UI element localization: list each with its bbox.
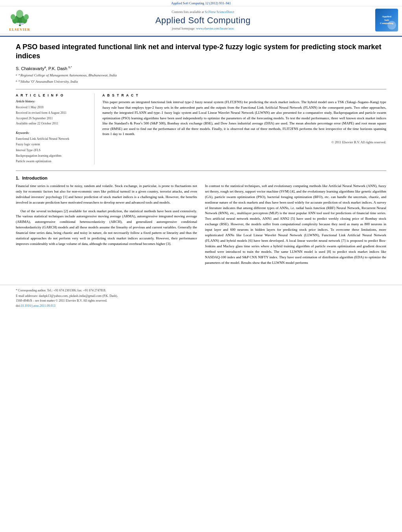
badge-text: Applied Soft Computing [380,15,393,25]
page-footer: * Corresponding author. Tel.: +91 674 23… [0,285,402,311]
applied-soft-badge-area: Applied Soft Computing [371,9,398,32]
keywords-label: Keywords: [16,131,88,135]
header-main: ELSEVIER Contents lists available at Sci… [0,6,402,34]
revised-date: Received in revised form 4 August 2011 [16,110,88,116]
header-top-bar: Applied Soft Computing 12 (2012) 931–941 [0,0,402,6]
sciverse-link[interactable]: SciVerse ScienceDirect [205,10,234,14]
svg-rect-8 [20,23,24,25]
doi-prefix: doi: [16,304,20,308]
svg-point-6 [16,10,23,18]
keywords-section: Keywords: Functional Link Artificial Neu… [16,131,88,165]
abstract-text: This paper presents an integrated functi… [102,100,386,137]
footnote-email: E-mail addresses: dashpk13@yahoo.com, pk… [16,294,386,298]
affiliations: a ᵃ Regional College of Management Auton… [16,73,386,84]
copyright-line: © 2011 Elsevier B.V. All rights reserved… [102,140,386,144]
elsevier-text: ELSEVIER [9,28,30,32]
keyword-3: Interval Type-2FLS [16,148,88,153]
intro-section: 1. Introduction Financial time series is… [16,176,386,269]
section-number: 1. [16,176,19,180]
intro-para-3: In contrast to the statistical technique… [205,184,387,266]
abstract-column: A B S T R A C T This paper presents an i… [102,93,386,164]
elsevier-logo-area: ELSEVIER [4,9,35,32]
keywords-list: Functional Link Artificial Neural Networ… [16,136,88,165]
intro-para-1: Financial time series is considered to b… [16,184,197,206]
section-title-text: Introduction [22,176,47,180]
journal-header: Applied Soft Computing 12 (2012) 931–941 [0,0,402,37]
homepage-prefix: journal homepage: [172,27,195,30]
intro-body-columns: Financial time series is considered to b… [16,184,386,269]
keyword-5: Particle swarm optimization [16,159,88,164]
available-date: Available online 22 October 2011 [16,121,88,126]
keyword-2: Fuzzy logic system [16,142,88,147]
svg-point-5 [24,14,29,20]
svg-point-4 [11,14,15,20]
footnote-star: * Corresponding author. Tel.: +91 674 23… [16,288,386,293]
article-dates: Received 1 May 2010 Received in revised … [16,105,88,126]
journal-title-header: Applied Soft Computing [35,15,371,26]
article-info-header: A R T I C L E I N F O [16,93,88,97]
elsevier-logo: ELSEVIER [4,9,35,32]
intro-right-col: In contrast to the statistical technique… [205,184,387,269]
article-info-column: A R T I C L E I N F O Article history: R… [16,93,94,164]
accepted-date: Accepted 26 September 2011 [16,116,88,121]
homepage-line: journal homepage: www.elsevier.com/locat… [35,27,371,30]
intro-left-col: Financial time series is considered to b… [16,184,197,269]
applied-soft-badge: Applied Soft Computing [375,9,398,32]
section-divider [16,171,386,171]
footer-doi: doi:10.1016/j.asoc.2011.09.013 [16,304,386,308]
article-history-label: Article history: [16,100,88,103]
homepage-link[interactable]: www.elsevier.com/locate/asoc [196,27,234,30]
intro-para-2: Out of the several techniques [2] availa… [16,209,197,247]
intro-title: 1. Introduction [16,176,386,180]
authors-line: S. Chakravartya, P.K. Dash b,* [16,66,386,71]
keyword-1: Functional Link Artificial Neural Networ… [16,136,88,142]
page-container: Applied Soft Computing 12 (2012) 931–941 [0,0,402,532]
sciverse-line: Contents lists available at SciVerse Sci… [35,10,371,14]
svg-rect-7 [16,23,20,25]
footnote-corresponding: * Corresponding author. Tel.: +91 674 23… [16,289,106,292]
sciverse-prefix: Contents lists available at [172,10,204,14]
footer-issn: 1568-4946/$ – see front matter © 2011 El… [16,298,386,303]
elsevier-tree-icon [9,9,31,27]
header-center: Contents lists available at SciVerse Sci… [35,10,371,30]
keyword-4: Backpropagation learning algorithm [16,153,88,159]
received-date: Received 1 May 2010 [16,105,88,110]
article-title: A PSO based integrated functional link n… [16,43,386,61]
article-content: A PSO based integrated functional link n… [0,37,402,281]
journal-issue-label: Applied Soft Computing 12 (2012) 931–941 [171,1,231,5]
article-info-abstract-section: A R T I C L E I N F O Article history: R… [16,89,386,164]
doi-link[interactable]: 10.1016/j.asoc.2011.09.013 [20,304,55,308]
affil-b: b ᵇ Siksha 'O' Anusandhan University, In… [16,79,386,85]
affil-a: a ᵃ Regional College of Management Auton… [16,73,386,78]
abstract-header: A B S T R A C T [102,93,386,97]
